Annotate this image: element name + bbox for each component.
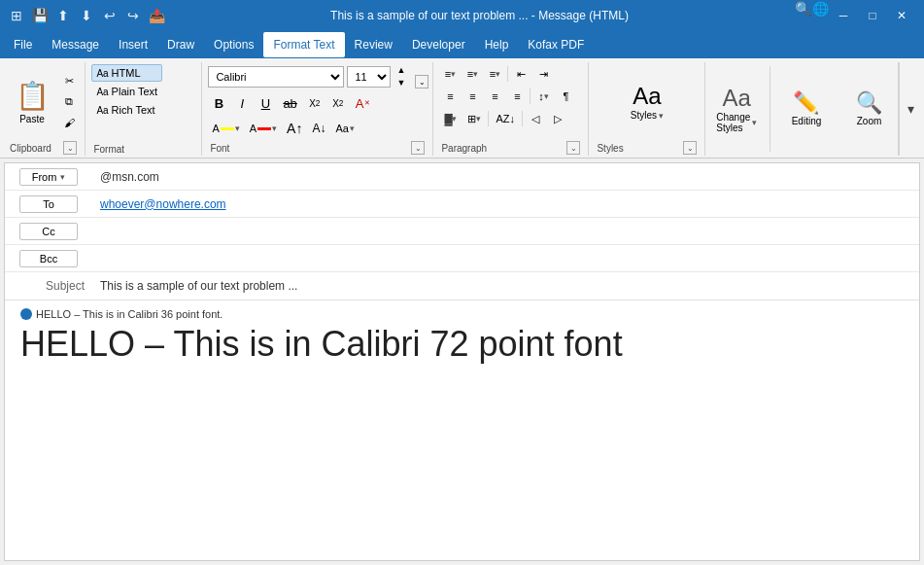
menu-file[interactable]: File bbox=[4, 32, 42, 57]
to-address[interactable]: whoever@nowhere.com bbox=[92, 194, 919, 215]
editing-button[interactable]: ✏️ Editing bbox=[787, 87, 827, 130]
decrease-indent-button[interactable]: ⇤ bbox=[510, 64, 531, 84]
align-left-button[interactable]: ≡ bbox=[439, 87, 461, 106]
format-html-button[interactable]: Aa HTML bbox=[91, 64, 162, 82]
menu-insert[interactable]: Insert bbox=[109, 32, 157, 57]
qat-redo[interactable]: ↪ bbox=[124, 7, 142, 24]
change-styles-icon: Aa bbox=[723, 85, 751, 112]
bcc-label-area: Bcc bbox=[5, 250, 92, 267]
menu-developer[interactable]: Developer bbox=[402, 32, 475, 57]
html-label: HTML bbox=[112, 67, 141, 79]
ribbon-more-button[interactable]: ▾ bbox=[899, 62, 922, 156]
from-label-area: From ▾ bbox=[5, 168, 92, 186]
menu-draw[interactable]: Draw bbox=[157, 32, 204, 57]
bullets-button[interactable]: ≡▾ bbox=[439, 64, 461, 84]
superscript-button[interactable]: X2 bbox=[327, 92, 349, 114]
size-controls: ▲ ▼ bbox=[394, 64, 408, 88]
from-address[interactable]: @msn.com bbox=[92, 166, 919, 188]
menu-options[interactable]: Options bbox=[204, 32, 263, 57]
size-inc-button[interactable]: A↑ bbox=[283, 118, 306, 139]
email-subject-row: Subject This is a sample of our text pro… bbox=[5, 272, 919, 300]
numbering-button[interactable]: ≡▾ bbox=[462, 64, 483, 84]
copy-button[interactable]: ⧉ bbox=[58, 92, 80, 112]
sort-button[interactable]: AZ↓ bbox=[491, 109, 520, 128]
cc-button[interactable]: Cc bbox=[19, 223, 78, 240]
editing-label: Editing bbox=[792, 116, 822, 126]
qat-save[interactable]: 💾 bbox=[31, 7, 49, 24]
size-inc-icon: A↑ bbox=[287, 121, 302, 136]
case-button[interactable]: Aa ▾ bbox=[331, 118, 358, 139]
qat-down[interactable]: ⬇ bbox=[78, 7, 95, 24]
close-button[interactable]: ✕ bbox=[887, 0, 916, 31]
menu-kofax[interactable]: Kofax PDF bbox=[518, 32, 594, 57]
qat-up[interactable]: ⬆ bbox=[54, 7, 72, 24]
styles-expand[interactable]: ⌄ bbox=[683, 141, 697, 155]
from-dropdown-icon: ▾ bbox=[60, 172, 65, 182]
format-plaintext-button[interactable]: Aa Plain Text bbox=[91, 83, 162, 100]
globe-icon[interactable]: 🌐 bbox=[811, 0, 829, 18]
show-hide-icon: ¶ bbox=[563, 90, 568, 102]
font-color-button[interactable]: A ▾ bbox=[246, 118, 281, 139]
email-body[interactable]: HELLO – This is in Calibri 36 point font… bbox=[5, 300, 919, 560]
align-center-button[interactable]: ≡ bbox=[462, 87, 483, 106]
paragraph-expand[interactable]: ⌄ bbox=[566, 141, 580, 155]
qat-icon-1[interactable]: ⊞ bbox=[8, 7, 25, 24]
search-icon[interactable]: 🔍 bbox=[794, 0, 811, 18]
line-spacing-button[interactable]: ↕▾ bbox=[532, 87, 554, 106]
menu-help[interactable]: Help bbox=[475, 32, 519, 57]
bcc-button[interactable]: Bcc bbox=[19, 250, 78, 267]
justify-button[interactable]: ≡ bbox=[506, 87, 528, 106]
highlight-button[interactable]: A ▾ bbox=[208, 118, 243, 139]
italic-button[interactable]: I bbox=[231, 92, 253, 114]
increase-indent-button[interactable]: ⇥ bbox=[532, 64, 554, 84]
quick-access-toolbar: ⊞ 💾 ⬆ ⬇ ↩ ↪ 📤 bbox=[8, 7, 165, 24]
clear-format-button[interactable]: A✕ bbox=[351, 92, 375, 114]
ltr-button[interactable]: ◁ bbox=[525, 109, 546, 128]
menu-format-text[interactable]: Format Text bbox=[263, 32, 344, 57]
strikethrough-button[interactable]: ab bbox=[278, 92, 301, 114]
underline-button[interactable]: U bbox=[255, 92, 276, 114]
show-hide-button[interactable]: ¶ bbox=[555, 87, 576, 106]
menu-message[interactable]: Message bbox=[42, 32, 109, 57]
size-dec-button[interactable]: A↓ bbox=[308, 118, 329, 139]
font-color-dropdown[interactable]: ▾ bbox=[272, 124, 277, 133]
format-painter-button[interactable]: 🖌 bbox=[58, 113, 80, 132]
size-increase-button[interactable]: ▲ bbox=[394, 64, 408, 76]
to-button[interactable]: To bbox=[19, 195, 78, 213]
qat-undo[interactable]: ↩ bbox=[101, 7, 119, 24]
font-size-select[interactable]: 11 bbox=[347, 66, 391, 88]
paragraph-row1: ≡▾ ≡▾ ≡▾ ⇤ ⇥ bbox=[439, 64, 554, 84]
font-expand-btn[interactable]: ⌄ bbox=[411, 141, 425, 155]
clipboard-expand[interactable]: ⌄ bbox=[63, 141, 77, 155]
menu-review[interactable]: Review bbox=[345, 32, 402, 57]
rtl-button[interactable]: ▷ bbox=[547, 109, 568, 128]
font-expand[interactable]: ⌄ bbox=[415, 75, 428, 88]
format-footer: Format bbox=[89, 142, 197, 156]
format-richtext-button[interactable]: Aa Rich Text bbox=[91, 101, 162, 119]
paste-button[interactable]: 📋 Paste bbox=[8, 64, 56, 139]
multilevel-button[interactable]: ≡▾ bbox=[484, 64, 505, 84]
ribbon: 📋 Paste ✂ ⧉ 🖌 Clipboard ⌄ bbox=[0, 58, 924, 159]
borders-button[interactable]: ⊞▾ bbox=[462, 109, 486, 128]
change-styles-button[interactable]: Aa ChangeStyles ▾ bbox=[711, 81, 762, 137]
cc-address[interactable] bbox=[92, 228, 919, 235]
styles-button[interactable]: Aa Styles ▾ bbox=[623, 79, 671, 124]
qat-send[interactable]: 📤 bbox=[148, 7, 165, 24]
highlight-dropdown[interactable]: ▾ bbox=[235, 124, 240, 133]
font-name-select[interactable]: Calibri bbox=[208, 66, 344, 88]
zoom-button[interactable]: 🔍 Zoom bbox=[851, 87, 887, 130]
subscript-button[interactable]: X2 bbox=[304, 92, 325, 114]
case-dropdown[interactable]: ▾ bbox=[350, 124, 355, 133]
size-decrease-button[interactable]: ▼ bbox=[394, 77, 408, 88]
subject-value[interactable]: This is a sample of our text problem ... bbox=[92, 275, 919, 297]
maximize-button[interactable]: □ bbox=[858, 0, 887, 31]
bcc-address[interactable] bbox=[92, 255, 919, 263]
from-button[interactable]: From ▾ bbox=[19, 168, 78, 186]
highlight-color bbox=[221, 127, 234, 130]
align-right-button[interactable]: ≡ bbox=[484, 87, 505, 106]
cut-button[interactable]: ✂ bbox=[58, 72, 80, 91]
shading-icon: ▓ bbox=[444, 113, 452, 124]
minimize-button[interactable]: ─ bbox=[829, 0, 858, 31]
shading-button[interactable]: ▓▾ bbox=[439, 109, 462, 128]
bold-button[interactable]: B bbox=[208, 92, 229, 114]
